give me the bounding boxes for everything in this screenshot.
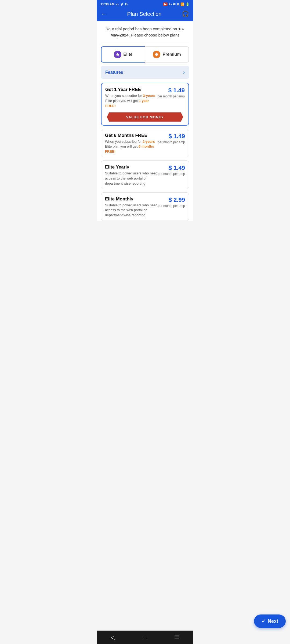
plan-card-left-1year: Get 1 Year FREE When you subscribe for 3…	[105, 87, 158, 109]
value-banner: VALUE FOR MONEY	[107, 112, 183, 122]
elite-label: Elite	[124, 52, 133, 57]
desc-prefix-1year: When you subscribe for	[105, 94, 143, 98]
plan-card-right-monthly: $ 2.99 per month per emp	[158, 196, 185, 208]
plan-card-right-1year: $ 1.49 per month per emp	[158, 87, 185, 98]
features-row[interactable]: Features ›	[101, 66, 189, 79]
trial-notice-prefix: Your trial period has been completed on	[106, 27, 178, 31]
plan-card-body-6months: Get 6 Months FREE When you subscribe for…	[101, 129, 189, 157]
premium-label: Premium	[162, 52, 181, 57]
plan-card-1year[interactable]: Get 1 Year FREE When you subscribe for 3…	[101, 83, 189, 126]
header: ← Plan Selection 🎧	[97, 8, 193, 21]
plan-desc-6months: When you subscribe for 2-years Elite pla…	[105, 139, 158, 155]
plan-price-sub-6months: per month per emp	[158, 140, 185, 144]
plan-card-monthly[interactable]: Elite Monthly Suitable to power users wh…	[101, 192, 189, 221]
plan-card-right-yearly: $ 1.49 per month per emp	[158, 164, 185, 176]
plan-title-yearly: Elite Yearly	[105, 164, 158, 170]
plan-price-monthly: $ 2.99	[158, 196, 185, 203]
features-arrow-icon: ›	[183, 69, 185, 75]
features-label: Features	[105, 70, 123, 75]
plan-card-left-6months: Get 6 Months FREE When you subscribe for…	[105, 133, 158, 155]
desc-highlight1-1year: 3-years	[143, 94, 155, 98]
plan-card-left-yearly: Elite Yearly Suitable to power users who…	[105, 164, 158, 186]
status-bar: 11:30 AM ▭ ⇄ G ▶ 🗝 ✲ ⊕ 📶 🔋	[97, 0, 193, 8]
plan-card-body-yearly: Elite Yearly Suitable to power users who…	[101, 161, 189, 189]
status-g-icon: G	[125, 2, 128, 6]
plan-title-monthly: Elite Monthly	[105, 196, 158, 202]
status-bt-icon: ✲	[173, 2, 176, 6]
support-icon[interactable]: 🎧	[182, 10, 189, 17]
elite-icon	[114, 51, 121, 58]
trial-notice-suffix: , Please choose below plans	[129, 33, 180, 37]
plan-card-left-monthly: Elite Monthly Suitable to power users wh…	[105, 196, 158, 218]
main-content: Your trial period has been completed on …	[97, 21, 193, 221]
plan-price-sub-yearly: per month per emp	[158, 172, 185, 176]
plan-title-6months: Get 6 Months FREE	[105, 133, 158, 138]
desc-middle-1year: Elite plan you will get	[105, 99, 139, 103]
desc-prefix-6months: When you subscribe for	[105, 140, 143, 144]
plan-price-1year: $ 1.49	[158, 87, 185, 94]
status-time: 11:30 AM	[100, 2, 114, 6]
premium-icon	[153, 51, 160, 58]
trial-notice: Your trial period has been completed on …	[97, 21, 193, 42]
status-key-icon: 🗝	[169, 2, 172, 6]
plan-price-6months: $ 1.49	[158, 133, 185, 140]
plan-card-right-6months: $ 1.49 per month per emp	[158, 133, 185, 144]
plan-card-body-monthly: Elite Monthly Suitable to power users wh…	[101, 193, 189, 221]
desc-middle-6months: Elite plan you will get	[105, 144, 139, 148]
plan-card-body-1year: Get 1 Year FREE When you subscribe for 3…	[102, 83, 189, 111]
status-left: 11:30 AM ▭ ⇄ G	[100, 2, 128, 6]
plan-card-yearly[interactable]: Elite Yearly Suitable to power users who…	[101, 160, 189, 189]
page-title: Plan Selection	[127, 11, 162, 17]
plan-tabs: Elite Premium	[101, 46, 189, 63]
plan-card-6months[interactable]: Get 6 Months FREE When you subscribe for…	[101, 129, 189, 158]
status-cast-icon: ⇄	[121, 2, 123, 6]
plan-title-1year: Get 1 Year FREE	[105, 87, 158, 92]
status-rec-icon: ▶	[163, 2, 168, 6]
divider-1	[101, 42, 189, 42]
status-loc-icon: ⊕	[177, 2, 179, 6]
tab-premium[interactable]: Premium	[145, 46, 189, 63]
plan-price-sub-1year: per month per emp	[158, 94, 185, 98]
tab-elite[interactable]: Elite	[101, 46, 145, 63]
status-screen-icon: ▭	[116, 2, 119, 6]
plan-desc-monthly: Suitable to power users who need access …	[105, 203, 158, 218]
status-wifi-icon: 📶	[180, 2, 184, 6]
plan-desc-yearly: Suitable to power users who need access …	[105, 171, 158, 186]
plan-price-sub-monthly: per month per emp	[158, 204, 185, 208]
desc-highlight1-6months: 2-years	[143, 140, 155, 144]
plan-desc-1year: When you subscribe for 3-years Elite pla…	[105, 93, 158, 109]
back-button[interactable]: ←	[101, 10, 107, 17]
status-right: ▶ 🗝 ✲ ⊕ 📶 🔋	[163, 2, 190, 6]
plan-price-yearly: $ 1.49	[158, 164, 185, 171]
status-battery-icon: 🔋	[186, 2, 190, 6]
